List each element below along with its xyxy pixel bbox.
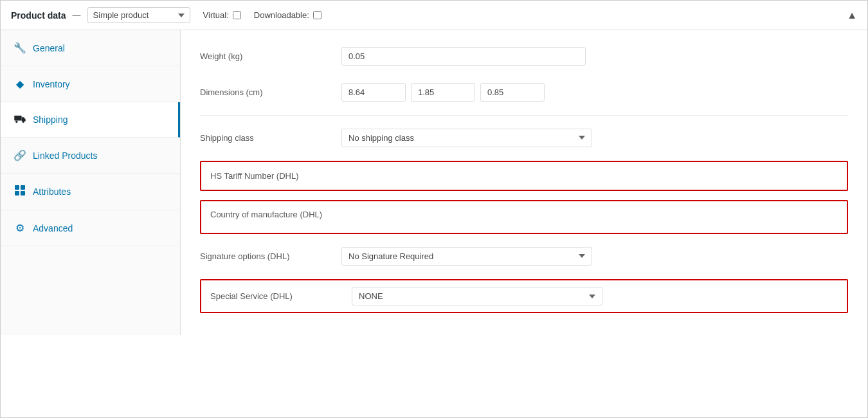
downloadable-checkbox[interactable]	[313, 11, 321, 19]
product-data-header: Product data — Simple product Variable p…	[1, 1, 867, 30]
link-icon: 🔗	[14, 149, 26, 161]
svg-point-1	[15, 121, 18, 123]
signature-options-label: Signature options (DHL)	[200, 251, 341, 261]
svg-point-2	[23, 121, 25, 123]
special-service-label: Special Service (DHL)	[210, 291, 352, 301]
virtual-checkbox-item: Virtual:	[203, 10, 241, 20]
table-icon	[14, 185, 26, 198]
sidebar-item-label-attributes: Attributes	[33, 186, 71, 197]
dimension-l-input[interactable]	[341, 83, 406, 102]
gear-icon: ⚙	[14, 222, 26, 234]
special-service-select[interactable]: NONE SATURDAY_DELIVERY EVENING_DELIVERY	[352, 287, 602, 305]
country-of-manufacture-input[interactable]	[352, 210, 838, 225]
sidebar-item-attributes[interactable]: Attributes	[1, 174, 180, 210]
country-of-manufacture-label: Country of manufacture (DHL)	[210, 209, 352, 221]
svg-rect-6	[21, 191, 25, 195]
header-checkboxes: Virtual: Downloadable:	[203, 10, 321, 20]
diamond-icon: ◆	[14, 78, 26, 90]
header-separator: —	[73, 10, 81, 20]
special-service-row: Special Service (DHL) NONE SATURDAY_DELI…	[200, 279, 848, 313]
sidebar-item-linked-products[interactable]: 🔗 Linked Products	[1, 138, 180, 174]
dimension-w-input[interactable]	[411, 83, 475, 102]
hs-tariff-row: HS Tariff Number (DHL)	[200, 161, 848, 191]
truck-icon	[14, 114, 26, 125]
sidebar: 🔧 General ◆ Inventory Shipping	[1, 30, 181, 335]
svg-rect-3	[15, 185, 19, 190]
product-data-container: Product data — Simple product Variable p…	[0, 0, 868, 418]
hs-tariff-label: HS Tariff Number (DHL)	[210, 171, 352, 181]
product-data-title: Product data	[11, 10, 66, 21]
weight-label: Weight (kg)	[200, 51, 341, 61]
svg-rect-4	[21, 185, 25, 190]
shipping-class-label: Shipping class	[200, 133, 341, 143]
shipping-class-select[interactable]: No shipping class Small Medium Large	[341, 129, 592, 147]
sidebar-item-label-shipping: Shipping	[33, 114, 68, 125]
main-content: Weight (kg) Dimensions (cm) Shipping cla…	[181, 30, 867, 335]
svg-rect-0	[14, 116, 21, 121]
dimension-h-input[interactable]	[480, 83, 545, 102]
dimensions-group	[341, 83, 545, 102]
wrench-icon: 🔧	[14, 42, 26, 54]
sidebar-item-shipping[interactable]: Shipping	[1, 102, 180, 138]
collapse-arrow-icon[interactable]: ▲	[847, 10, 857, 21]
signature-options-select[interactable]: No Signature Required Signature Required…	[341, 247, 592, 266]
weight-row: Weight (kg)	[200, 43, 848, 69]
virtual-checkbox[interactable]	[233, 11, 241, 19]
downloadable-checkbox-item: Downloadable:	[254, 10, 321, 20]
downloadable-label: Downloadable:	[254, 10, 309, 20]
sidebar-item-general[interactable]: 🔧 General	[1, 30, 180, 66]
sidebar-item-advanced[interactable]: ⚙ Advanced	[1, 210, 180, 246]
hs-tariff-input[interactable]	[352, 168, 838, 183]
sidebar-item-label-linked-products: Linked Products	[33, 150, 97, 161]
virtual-label: Virtual:	[203, 10, 229, 20]
shipping-class-row: Shipping class No shipping class Small M…	[200, 125, 848, 150]
signature-options-row: Signature options (DHL) No Signature Req…	[200, 243, 848, 269]
dimensions-row: Dimensions (cm)	[200, 79, 848, 105]
weight-input[interactable]	[341, 47, 586, 66]
divider-1	[200, 115, 848, 116]
country-of-manufacture-row: Country of manufacture (DHL)	[200, 200, 848, 234]
dimensions-label: Dimensions (cm)	[200, 87, 341, 97]
svg-rect-5	[15, 191, 19, 195]
sidebar-item-inventory[interactable]: ◆ Inventory	[1, 66, 180, 102]
sidebar-item-label-general: General	[33, 43, 65, 53]
sidebar-item-label-inventory: Inventory	[33, 79, 70, 89]
sidebar-item-label-advanced: Advanced	[33, 223, 73, 233]
product-data-body: 🔧 General ◆ Inventory Shipping	[1, 30, 867, 335]
product-type-select[interactable]: Simple product Variable product Grouped …	[87, 7, 190, 23]
